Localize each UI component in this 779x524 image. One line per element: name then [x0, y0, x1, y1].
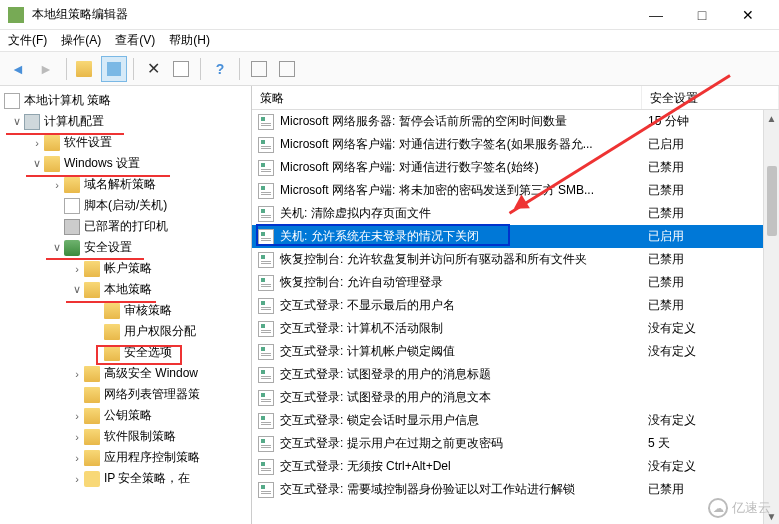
policy-row[interactable]: Microsoft 网络客户端: 对通信进行数字签名(如果服务器允...已启用 — [252, 133, 779, 156]
tree-adv-security[interactable]: › 高级安全 Window — [2, 363, 251, 384]
policy-setting: 已禁用 — [642, 251, 779, 268]
printer-icon — [64, 219, 80, 235]
folder-icon — [84, 450, 100, 466]
annotation-box — [96, 345, 182, 365]
policy-setting: 已禁用 — [642, 481, 779, 498]
tree-public-key[interactable]: › 公钥策略 — [2, 405, 251, 426]
menu-help[interactable]: 帮助(H) — [169, 32, 210, 49]
tree-network-list[interactable]: 网络列表管理器策 — [2, 384, 251, 405]
collapse-icon[interactable]: ∨ — [70, 283, 84, 296]
main-panel: 本地计算机 策略 ∨ 计算机配置 › 软件设置 ∨ Windows 设置 › 域… — [0, 86, 779, 524]
annotation-underline — [46, 258, 144, 260]
watermark: ☁ 亿速云 — [708, 498, 771, 518]
policy-setting: 没有定义 — [642, 412, 779, 429]
view-details-button[interactable] — [274, 56, 300, 82]
vertical-scrollbar[interactable]: ▲ ▼ — [763, 110, 779, 524]
tree-windows-settings[interactable]: ∨ Windows 设置 — [2, 153, 251, 174]
tree-local-policies[interactable]: ∨ 本地策略 — [2, 279, 251, 300]
up-button[interactable] — [73, 56, 99, 82]
folder-up-icon — [76, 61, 92, 77]
tree-software-settings[interactable]: › 软件设置 — [2, 132, 251, 153]
policy-row[interactable]: 交互式登录: 计算机不活动限制没有定义 — [252, 317, 779, 340]
forward-button[interactable]: ► — [34, 56, 60, 82]
tree-audit-policy[interactable]: 审核策略 — [2, 300, 251, 321]
policy-row[interactable]: 恢复控制台: 允许软盘复制并访问所有驱动器和所有文件夹已禁用 — [252, 248, 779, 271]
menu-action[interactable]: 操作(A) — [61, 32, 101, 49]
policy-item-icon — [258, 344, 274, 360]
expand-icon[interactable]: › — [70, 473, 84, 485]
policy-row[interactable]: 交互式登录: 提示用户在过期之前更改密码5 天 — [252, 432, 779, 455]
policy-row[interactable]: 交互式登录: 不显示最后的用户名已禁用 — [252, 294, 779, 317]
tree-label: 帐户策略 — [104, 260, 152, 277]
back-button[interactable]: ◄ — [6, 56, 32, 82]
minimize-button[interactable]: — — [633, 0, 679, 30]
tree-deployed-printers[interactable]: 已部署的打印机 — [2, 216, 251, 237]
policy-setting: 已禁用 — [642, 297, 779, 314]
list-body[interactable]: Microsoft 网络服务器: 暂停会话前所需的空闲时间数量15 分钟Micr… — [252, 110, 779, 524]
collapse-icon[interactable]: ∨ — [30, 157, 44, 170]
tree-user-rights[interactable]: 用户权限分配 — [2, 321, 251, 342]
policy-row[interactable]: 恢复控制台: 允许自动管理登录已禁用 — [252, 271, 779, 294]
expand-icon[interactable]: › — [70, 452, 84, 464]
tree-account-policies[interactable]: › 帐户策略 — [2, 258, 251, 279]
view-list-button[interactable] — [246, 56, 272, 82]
collapse-icon[interactable]: ∨ — [50, 241, 64, 254]
folder-icon — [104, 303, 120, 319]
scroll-up-icon[interactable]: ▲ — [764, 110, 780, 126]
policy-item-icon — [258, 436, 274, 452]
policy-setting: 已启用 — [642, 228, 779, 245]
policy-row[interactable]: 交互式登录: 试图登录的用户的消息文本 — [252, 386, 779, 409]
policy-name: Microsoft 网络服务器: 暂停会话前所需的空闲时间数量 — [280, 113, 567, 130]
folder-icon — [44, 135, 60, 151]
tree-scripts[interactable]: 脚本(启动/关机) — [2, 195, 251, 216]
expand-icon[interactable]: › — [70, 431, 84, 443]
column-policy[interactable]: 策略 — [252, 86, 642, 109]
maximize-button[interactable]: □ — [679, 0, 725, 30]
policy-name: 恢复控制台: 允许自动管理登录 — [280, 274, 443, 291]
cloud-icon: ☁ — [708, 498, 728, 518]
policy-row[interactable]: 交互式登录: 需要域控制器身份验证以对工作站进行解锁已禁用 — [252, 478, 779, 501]
properties-button[interactable] — [168, 56, 194, 82]
policy-item-icon — [258, 114, 274, 130]
close-button[interactable]: ✕ — [725, 0, 771, 30]
tree-label: Windows 设置 — [64, 155, 140, 172]
policy-name: Microsoft 网络客户端: 对通信进行数字签名(如果服务器允... — [280, 136, 593, 153]
tree-pane[interactable]: 本地计算机 策略 ∨ 计算机配置 › 软件设置 ∨ Windows 设置 › 域… — [0, 86, 252, 524]
expand-icon[interactable]: › — [70, 368, 84, 380]
menu-view[interactable]: 查看(V) — [115, 32, 155, 49]
tree-label: IP 安全策略，在 — [104, 470, 190, 487]
expand-icon[interactable]: › — [50, 179, 64, 191]
policy-item-icon — [258, 252, 274, 268]
expand-icon[interactable]: › — [70, 263, 84, 275]
policy-row[interactable]: 交互式登录: 锁定会话时显示用户信息没有定义 — [252, 409, 779, 432]
tree-label: 本地策略 — [104, 281, 152, 298]
tree-root[interactable]: 本地计算机 策略 — [2, 90, 251, 111]
expand-icon[interactable]: › — [70, 410, 84, 422]
separator — [200, 58, 201, 80]
policy-row[interactable]: 交互式登录: 计算机帐户锁定阈值没有定义 — [252, 340, 779, 363]
scroll-thumb[interactable] — [767, 166, 777, 236]
collapse-icon[interactable]: ∨ — [10, 115, 24, 128]
policy-row[interactable]: Microsoft 网络服务器: 暂停会话前所需的空闲时间数量15 分钟 — [252, 110, 779, 133]
expand-icon[interactable]: › — [30, 137, 44, 149]
tree-label: 软件设置 — [64, 134, 112, 151]
policy-row[interactable]: 交互式登录: 无须按 Ctrl+Alt+Del没有定义 — [252, 455, 779, 478]
tree-label: 高级安全 Window — [104, 365, 198, 382]
show-hide-tree-button[interactable] — [101, 56, 127, 82]
help-button[interactable]: ? — [207, 56, 233, 82]
tree-computer-config[interactable]: ∨ 计算机配置 — [2, 111, 251, 132]
delete-button[interactable]: ✕ — [140, 56, 166, 82]
tree-name-resolution[interactable]: › 域名解析策略 — [2, 174, 251, 195]
tree-software-restrict[interactable]: › 软件限制策略 — [2, 426, 251, 447]
folder-icon — [84, 366, 100, 382]
policy-row[interactable]: Microsoft 网络客户端: 对通信进行数字签名(始终)已禁用 — [252, 156, 779, 179]
tree-app-control[interactable]: › 应用程序控制策略 — [2, 447, 251, 468]
policy-row[interactable]: 交互式登录: 试图登录的用户的消息标题 — [252, 363, 779, 386]
tree-label: 计算机配置 — [44, 113, 104, 130]
policy-name: 关机: 清除虚拟内存页面文件 — [280, 205, 431, 222]
folder-icon — [64, 177, 80, 193]
policy-name: 交互式登录: 无须按 Ctrl+Alt+Del — [280, 458, 451, 475]
tree-security-settings[interactable]: ∨ 安全设置 — [2, 237, 251, 258]
tree-ip-security[interactable]: › IP 安全策略，在 — [2, 468, 251, 489]
menu-file[interactable]: 文件(F) — [8, 32, 47, 49]
